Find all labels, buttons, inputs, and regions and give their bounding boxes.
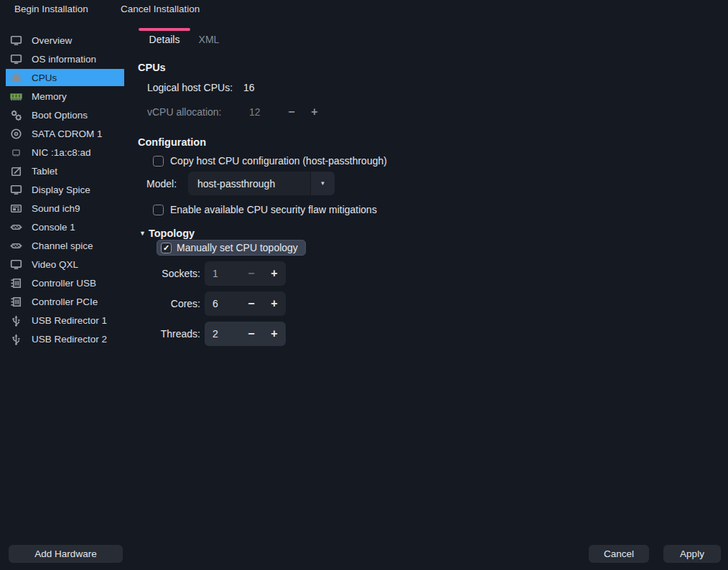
gears-icon [10, 109, 22, 121]
cpu-model-combobox: host-passthrough ▼ [188, 172, 335, 195]
configuration-section-title: Configuration [138, 136, 669, 149]
expander-arrow-icon: ▼ [139, 230, 146, 237]
controller-icon [10, 277, 22, 289]
active-tab-indicator [139, 28, 190, 31]
sockets-value[interactable]: 1 [205, 268, 240, 279]
threads-row: Threads: 2 − + [138, 322, 669, 346]
monitor-icon [10, 258, 22, 271]
cores-row: Cores: 6 − + [138, 291, 669, 316]
checkmark-icon: ✓ [163, 243, 169, 251]
sidebar-item-sata-cdrom-1[interactable]: SATA CDROM 1 [6, 125, 124, 142]
sidebar-item-usb-redirector-1[interactable]: USB Redirector 1 [6, 312, 124, 329]
cores-increase-button[interactable]: + [263, 297, 286, 310]
sidebar-item-label: USB Redirector 2 [32, 334, 107, 345]
sidebar-item-overview[interactable]: Overview [6, 32, 124, 49]
sidebar-item-cpus[interactable]: CPUs [6, 69, 124, 86]
manual-topology-label: Manually set CPU topology [177, 242, 298, 253]
sidebar-item-controller-pcie[interactable]: Controller PCIe [6, 293, 124, 310]
vcpu-decrease-button[interactable]: − [286, 106, 297, 118]
copy-host-cpu-checkbox[interactable] [153, 156, 164, 167]
cancel-button[interactable]: Cancel [589, 545, 649, 563]
hardware-list: Overview OS information CPUs Memory Boot… [6, 32, 124, 349]
threads-spinner: 2 − + [205, 322, 286, 346]
sidebar-item-boot-options[interactable]: Boot Options [6, 106, 124, 123]
cpu-model-dropdown-button[interactable]: ▼ [310, 172, 335, 195]
monitor-icon [10, 53, 22, 65]
cpu-model-entry[interactable]: host-passthrough [188, 172, 310, 195]
sidebar-item-usb-redirector-2[interactable]: USB Redirector 2 [6, 330, 124, 347]
cancel-installation-button[interactable]: Cancel Installation [121, 4, 200, 14]
sidebar-item-os-information[interactable]: OS information [6, 50, 124, 67]
sidebar-item-display-spice[interactable]: Display Spice [6, 181, 124, 198]
begin-installation-button[interactable]: Begin Installation [14, 4, 88, 14]
vm-details-window: Begin Installation Cancel Installation O… [0, 0, 728, 570]
manual-topology-checkbox[interactable]: ✓ [161, 243, 172, 253]
sidebar-item-label: Display Spice [32, 184, 90, 195]
sockets-decrease-button[interactable]: − [240, 267, 263, 280]
cpu-details-panel: CPUs Logical host CPUs: 16 vCPU allocati… [138, 62, 669, 346]
monitor-icon [10, 34, 22, 47]
topology-expander[interactable]: ▼ Topology [138, 227, 669, 240]
sidebar-item-label: SATA CDROM 1 [32, 129, 103, 139]
controller-icon [10, 296, 22, 308]
disc-icon [10, 128, 22, 140]
sidebar-item-video-qxl[interactable]: Video QXL [6, 256, 124, 273]
sidebar-item-nic[interactable]: NIC :1a:c8:ad [6, 144, 124, 161]
usb-icon [10, 333, 22, 345]
serial-icon [10, 221, 22, 233]
logical-host-cpus-label: Logical host CPUs: [147, 82, 243, 93]
add-hardware-button[interactable]: Add Hardware [9, 545, 123, 563]
model-label: Model: [146, 178, 188, 190]
topology-section-title: Topology [149, 228, 195, 239]
threads-decrease-button[interactable]: − [240, 327, 263, 340]
sidebar-item-label: Video QXL [32, 259, 78, 270]
mitigations-checkbox[interactable] [153, 205, 164, 215]
cores-spinner: 6 − + [205, 291, 286, 316]
sidebar-item-label: OS information [32, 54, 96, 65]
cores-decrease-button[interactable]: − [240, 297, 263, 310]
monitor-icon [10, 184, 22, 196]
usb-icon [10, 314, 22, 327]
sidebar-item-label: Tablet [32, 166, 57, 177]
sidebar-item-tablet[interactable]: Tablet [6, 162, 124, 179]
logical-host-cpus-value: 16 [243, 82, 255, 93]
mitigations-label: Enable available CPU security flaw mitig… [170, 204, 377, 215]
sidebar-item-label: NIC :1a:c8:ad [32, 147, 91, 158]
sidebar-item-console-1[interactable]: Console 1 [6, 218, 124, 235]
threads-label: Threads: [138, 328, 200, 340]
vcpu-allocation-label: vCPU allocation: [147, 106, 249, 118]
sidebar-item-memory[interactable]: Memory [6, 88, 124, 105]
cpus-section-title: CPUs [138, 62, 669, 75]
logical-host-cpus-row: Logical host CPUs: 16 [138, 80, 669, 95]
tab-details[interactable]: Details [139, 28, 190, 50]
memory-icon [10, 90, 22, 103]
sidebar-item-channel-spice[interactable]: Channel spice [6, 237, 124, 254]
cores-label: Cores: [138, 298, 200, 309]
mitigations-row: Enable available CPU security flaw mitig… [138, 202, 669, 217]
chevron-down-icon: ▼ [320, 180, 326, 187]
sidebar-item-controller-usb[interactable]: Controller USB [6, 274, 124, 291]
tab-xml-label: XML [192, 32, 225, 47]
vcpu-increase-button[interactable]: + [309, 106, 320, 118]
sidebar-item-label: Console 1 [32, 222, 75, 233]
sockets-label: Sockets: [138, 268, 200, 279]
manual-topology-row[interactable]: ✓ Manually set CPU topology [157, 240, 306, 256]
details-xml-tabbar: Details XML [139, 28, 225, 50]
sidebar-item-label: Controller USB [32, 278, 96, 289]
sidebar-item-sound-ich9[interactable]: Sound ich9 [6, 200, 124, 217]
apply-button[interactable]: Apply [663, 545, 721, 563]
sockets-increase-button[interactable]: + [263, 267, 286, 280]
sidebar-item-label: Memory [32, 91, 67, 102]
sidebar-item-label: Overview [32, 35, 72, 46]
cpu-model-value: host-passthrough [197, 178, 275, 190]
threads-increase-button[interactable]: + [263, 327, 286, 340]
vcpu-allocation-value: 12 [249, 106, 286, 118]
tab-xml[interactable]: XML [192, 28, 225, 50]
sidebar-item-label: Channel spice [32, 240, 93, 251]
threads-value[interactable]: 2 [205, 328, 240, 340]
sockets-spinner: 1 − + [205, 261, 286, 286]
chip-icon [10, 72, 22, 84]
sidebar-item-label: Sound ich9 [32, 203, 80, 214]
cores-value[interactable]: 6 [205, 298, 240, 309]
sound-icon [10, 202, 22, 215]
